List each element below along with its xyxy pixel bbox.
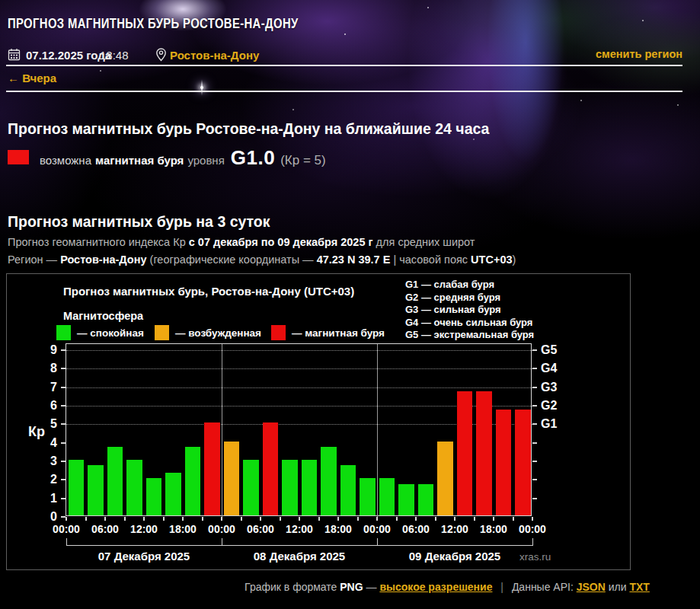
kp-bar xyxy=(340,465,356,515)
day-separator xyxy=(377,344,378,517)
kp-bar xyxy=(398,484,414,515)
yesterday-link[interactable]: ← Вчера xyxy=(8,72,56,84)
kp-bar xyxy=(146,478,162,515)
x-axis-tick xyxy=(299,517,300,521)
y-axis-tick-right xyxy=(532,368,537,369)
y-axis-tick xyxy=(61,442,66,444)
storm-level-row: возможна магнитная буря уровня G1.0 (Кр … xyxy=(40,146,326,170)
tz-label: | часовой пояс xyxy=(393,253,468,266)
y-axis-tick-right xyxy=(532,442,537,444)
city-link[interactable]: Ростов-на-Дону xyxy=(170,49,259,62)
possible-text: возможна xyxy=(40,154,91,167)
x-axis-label: 06:00 xyxy=(402,523,430,535)
plot-area: 0123456789G1G2G3G4G500:0006:0012:0018:00… xyxy=(66,343,532,516)
x-axis-label: 12:00 xyxy=(130,523,158,535)
kp-bar xyxy=(515,410,531,515)
kp-bar xyxy=(88,465,104,515)
x-axis-label: 06:00 xyxy=(91,523,119,535)
forecast-3d-region: Регион — Ростов-на-Дону (географические … xyxy=(8,253,516,266)
y-axis-name: Кр xyxy=(28,424,45,440)
chart-title: Прогноз магнитных бурь, Ростов-на-Дону (… xyxy=(63,285,354,298)
legend-label: — спокойная xyxy=(77,327,144,339)
kp-bar xyxy=(204,422,220,515)
y-axis-label: 3 xyxy=(31,454,57,468)
kp-bar xyxy=(243,460,259,515)
kp-bar xyxy=(263,422,279,515)
x-axis-tick xyxy=(85,517,87,521)
x-axis-tick xyxy=(318,517,320,521)
day-bracket xyxy=(66,545,532,546)
x-axis-label: 00:00 xyxy=(363,523,391,535)
day-bracket-tick xyxy=(66,538,67,546)
json-link[interactable]: JSON xyxy=(577,581,606,593)
x-axis-tick xyxy=(124,517,126,521)
level-word: уровня xyxy=(187,154,224,167)
day-bracket-tick xyxy=(222,538,222,546)
y-axis-tick xyxy=(61,498,66,499)
y-axis-label: 9 xyxy=(31,343,57,357)
kp-bar xyxy=(107,447,123,515)
x-axis-label: 12:00 xyxy=(441,523,468,535)
gridline xyxy=(66,387,532,388)
y-axis-tick-right xyxy=(532,498,537,499)
api-label: Данные API: xyxy=(512,581,574,593)
y-axis-tick-right xyxy=(532,479,537,480)
g-level-line: G5 — экстремальная буря xyxy=(405,329,534,342)
gridline xyxy=(66,350,532,351)
day-label: 09 Декабря 2025 xyxy=(409,550,500,563)
x-axis-label: 06:00 xyxy=(247,523,274,535)
calendar-icon xyxy=(8,48,21,63)
x-axis-tick xyxy=(221,517,222,521)
day-bracket-tick xyxy=(377,538,378,546)
watermark: xras.ru xyxy=(519,551,551,563)
star xyxy=(292,109,294,110)
x-axis-tick xyxy=(376,517,378,521)
star xyxy=(642,20,644,21)
x-axis-tick xyxy=(163,517,165,521)
day-label: 07 Декабря 2025 xyxy=(98,550,190,563)
txt-link[interactable]: TXT xyxy=(629,581,649,593)
excited-swatch xyxy=(155,325,169,340)
y-axis-label: 1 xyxy=(31,492,57,505)
y-axis-label: 6 xyxy=(31,399,57,413)
y-axis-label: 0 xyxy=(31,510,57,524)
y-axis-tick-right xyxy=(532,405,537,407)
period-pre: Прогноз геомагнитного индекса Кр xyxy=(8,236,186,248)
y-axis-label: 7 xyxy=(31,381,57,394)
x-axis-tick xyxy=(435,517,436,521)
kp-bar xyxy=(476,391,492,515)
y-axis-tick-right xyxy=(532,349,537,351)
kp-bar xyxy=(379,478,395,515)
footer: График в формате PNG — высокое разрешени… xyxy=(194,581,700,593)
y-axis-tick xyxy=(61,405,66,407)
kp-bar xyxy=(126,460,142,515)
day-label: 08 Декабря 2025 xyxy=(254,550,345,563)
g-axis-label: G1 xyxy=(541,417,557,431)
y-axis-label: 2 xyxy=(31,473,57,486)
or-word: или xyxy=(609,581,627,593)
kp-bar xyxy=(302,460,318,515)
change-region-link[interactable]: сменить регион xyxy=(596,48,682,60)
kp-bar xyxy=(185,447,201,515)
footer-dash: — xyxy=(366,581,377,593)
hires-link[interactable]: высокое разрешение xyxy=(379,581,492,593)
forecast-3d-period: Прогноз геомагнитного индекса Кр с 07 де… xyxy=(8,236,475,248)
y-axis-tick xyxy=(61,423,66,425)
kp-bar xyxy=(69,460,85,515)
forecast-24h-heading: Прогноз магнитных бурь Ростове-на-Дону н… xyxy=(8,120,489,138)
x-axis-tick xyxy=(415,517,417,521)
storm-name: магнитная буря xyxy=(95,154,184,167)
x-axis-tick xyxy=(202,517,203,521)
x-axis-tick xyxy=(532,517,533,521)
period-range: с 07 декабря по 09 декабря 2025 г xyxy=(189,236,373,248)
chart-box: Прогноз магнитных бурь, Ростов-на-Дону (… xyxy=(6,273,631,570)
g-scale-legend: G1 — слабая буряG2 — средняя буряG3 — си… xyxy=(405,279,534,342)
y-axis-tick xyxy=(61,479,66,480)
storm-level-value: G1.0 xyxy=(231,146,275,170)
footer-pre: График в формате xyxy=(245,581,337,593)
kp-bar xyxy=(418,484,434,515)
star xyxy=(100,70,101,72)
day-separator xyxy=(222,344,222,517)
kp-note: (Кр = 5) xyxy=(280,153,326,168)
coords-value: 47.23 N 39.7 E xyxy=(317,253,391,266)
